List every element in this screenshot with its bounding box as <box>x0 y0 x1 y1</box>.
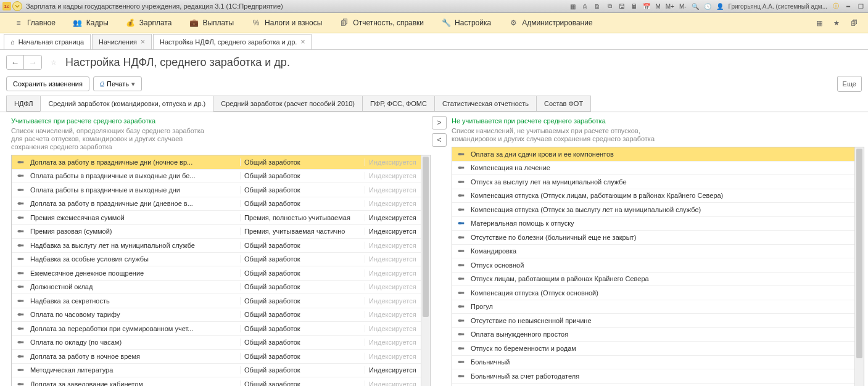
table-row[interactable]: Оплата по окладу (по часам)Общий заработ… <box>12 336 421 350</box>
table-row[interactable]: Больничный при профзаболевании <box>452 384 855 387</box>
subtab[interactable]: Статистическая отчетность <box>434 96 537 112</box>
favorite-icon[interactable]: ☆ <box>48 57 59 68</box>
move-right-button[interactable]: > <box>432 116 447 129</box>
save-button[interactable]: Сохранить изменения <box>6 76 89 91</box>
print-button[interactable]: ⎙Печать▾ <box>93 76 142 91</box>
info-icon[interactable]: ⓘ <box>831 1 841 11</box>
menu-admin[interactable]: ⚙Администрирование <box>500 13 601 33</box>
move-left-button[interactable]: < <box>432 133 447 147</box>
table-row[interactable]: Доплата за работу в ночное времяОбщий за… <box>12 350 421 364</box>
close-icon[interactable]: × <box>141 38 145 46</box>
tab-accruals[interactable]: Начисления× <box>92 34 152 49</box>
table-row[interactable]: Отсутствие по болезни (больничный еще не… <box>452 231 855 245</box>
accrual-name: Доплата за работу в ночное время <box>30 353 240 360</box>
copy-icon[interactable]: 🗐 <box>848 17 859 28</box>
menu-main[interactable]: ≡Главное <box>5 13 64 33</box>
table-row[interactable]: Оплата вынужденного простоя <box>452 328 855 342</box>
accrual-name: Компенсация отпуска (Отпуск за выслугу л… <box>471 206 855 213</box>
accrual-name: Доплата за заведование кабинетом <box>30 380 240 386</box>
table-row[interactable]: Доплата за работу в праздничные дни (ноч… <box>12 155 421 170</box>
table-row[interactable]: Отсутствие по невыясненной причине <box>452 314 855 328</box>
print-icon[interactable]: ⎙ <box>580 1 590 11</box>
scroll-thumb[interactable] <box>856 149 862 358</box>
subtab[interactable]: Состав ФОТ <box>536 96 591 112</box>
mem-m[interactable]: M <box>654 3 661 10</box>
accrual-name: Оплата по окладу (по часам) <box>30 339 240 346</box>
table-row[interactable]: Больничный <box>452 356 855 370</box>
mem-mplus[interactable]: M+ <box>664 3 676 10</box>
table-row[interactable]: Надбавка за секретностьОбщий заработокИн… <box>12 294 421 308</box>
compare-icon[interactable]: ⧉ <box>605 1 614 11</box>
table-row[interactable]: Оплата по часовому тарифуОбщий заработок… <box>12 308 421 322</box>
svg-rect-41 <box>461 181 464 183</box>
app-menu-dropdown[interactable] <box>12 1 22 11</box>
table-row[interactable]: Материальная помощь к отпуску <box>452 217 855 231</box>
scrollbar[interactable] <box>421 155 430 386</box>
table-row[interactable]: Доплата за заведование кабинетомОбщий за… <box>12 377 421 386</box>
table-row[interactable]: Компенсация отпуска (Отпуск за выслугу л… <box>452 203 855 217</box>
button-label: Сохранить изменения <box>13 80 83 88</box>
table-row[interactable]: Методическая литератураОбщий заработокИн… <box>12 364 421 378</box>
subtab[interactable]: НДФЛ <box>6 96 41 112</box>
left-grid[interactable]: Доплата за работу в праздничные дни (ноч… <box>11 155 431 386</box>
back-button[interactable]: ← <box>7 55 24 69</box>
apps-icon[interactable]: ▦ <box>814 17 825 28</box>
minimize-icon[interactable]: ━ <box>843 1 853 11</box>
table-row[interactable]: Отпуск по беременности и родам <box>452 342 855 356</box>
table-row[interactable]: Должностной окладОбщий заработокИндексир… <box>12 281 421 295</box>
subtab[interactable]: ПФР, ФСС, ФОМС <box>362 96 435 112</box>
menu-taxes[interactable]: %Налоги и взносы <box>242 13 331 33</box>
table-row[interactable]: Ежемесячное денежное поощрениеОбщий зара… <box>12 266 421 281</box>
table-row[interactable]: Премия разовая (суммой)Премия, учитываем… <box>12 225 421 239</box>
table-row[interactable]: Больничный за счет работодателя <box>452 369 855 384</box>
scroll-thumb[interactable] <box>423 157 429 317</box>
table-row[interactable]: Оплата за дни сдачи крови и ее компонент… <box>452 147 855 162</box>
table-row[interactable]: Прогул <box>452 300 855 314</box>
table-row[interactable]: Оплата работы в праздничные и выходные д… <box>12 183 421 197</box>
accrual-base: Общий заработок <box>240 242 365 249</box>
table-row[interactable]: Отпуск лицам, работающим в районах Крайн… <box>452 273 855 287</box>
star-icon[interactable]: ★ <box>831 17 842 28</box>
subtab[interactable]: Средний заработок (командировки, отпуска… <box>40 96 213 112</box>
table-row[interactable]: Компенсация на лечение <box>452 162 855 176</box>
calendar-icon[interactable]: 📅 <box>642 1 651 11</box>
accrual-base: Общий заработок <box>240 158 365 166</box>
table-row[interactable]: Компенсация отпуска (Отпуск основной) <box>452 286 855 300</box>
table-row[interactable]: Компенсация отпуска (Отпуск лицам, работ… <box>452 189 855 203</box>
menu-salary[interactable]: 💰Зарплата <box>117 13 181 33</box>
menu-settings[interactable]: 🔧Настройка <box>432 13 500 33</box>
toolbar-icon[interactable]: ▦ <box>568 1 577 11</box>
menu-payments[interactable]: 💼Выплаты <box>180 13 242 33</box>
table-row[interactable]: Отпуск основной <box>452 258 855 273</box>
subtab[interactable]: Средний заработок (расчет пособий 2010) <box>213 96 363 112</box>
table-row[interactable]: Доплата за переработки при суммированном… <box>12 322 421 336</box>
doc-icon[interactable]: 🗎 <box>592 1 602 11</box>
wrench-icon: 🔧 <box>441 18 451 28</box>
actions-row: Сохранить изменения ⎙Печать▾ Еще <box>0 72 868 96</box>
zoom-icon[interactable]: 🔍 <box>690 1 700 11</box>
mem-mminus[interactable]: M- <box>678 3 688 10</box>
table-row[interactable]: Надбавка за особые условия службыОбщий з… <box>12 253 421 267</box>
forward-button[interactable]: → <box>24 55 41 69</box>
calc-icon[interactable]: 🖩 <box>629 1 639 11</box>
table-row[interactable]: Отпуск за выслугу лет на муниципальной с… <box>452 175 855 189</box>
tab-ndfl-settings[interactable]: Настройка НДФЛ, среднего заработка и др.… <box>153 34 312 49</box>
table-row[interactable]: Доплата за работу в праздничные дни (дне… <box>12 197 421 211</box>
table-row[interactable]: Оплата работы в праздничные и выходные д… <box>12 170 421 184</box>
item-icon <box>12 354 30 359</box>
tab-home[interactable]: ⌂Начальная страница <box>4 34 91 49</box>
close-icon[interactable]: × <box>300 38 305 46</box>
table-row[interactable]: Премия ежемесячная суммойПремия, полност… <box>12 211 421 225</box>
restore-icon[interactable]: ❐ <box>856 1 866 11</box>
save-icon[interactable]: 🖫 <box>617 1 627 11</box>
user-label[interactable]: Григорьянц А.А. (системный адм... <box>727 3 829 10</box>
table-row[interactable]: Командировка <box>452 245 855 259</box>
more-button[interactable]: Еще <box>837 76 862 92</box>
right-grid[interactable]: Оплата за дни сдачи крови и ее компонент… <box>452 147 864 386</box>
menu-hr[interactable]: 👥Кадры <box>64 13 117 33</box>
scrollbar[interactable] <box>854 147 864 386</box>
clock-icon[interactable]: 🕓 <box>703 1 713 11</box>
accrual-name: Оплата работы в праздничные и выходные д… <box>30 172 240 179</box>
menu-reports[interactable]: 🗐Отчетность, справки <box>331 13 432 33</box>
table-row[interactable]: Надбавка за выслугу лет на муниципальной… <box>12 239 421 253</box>
